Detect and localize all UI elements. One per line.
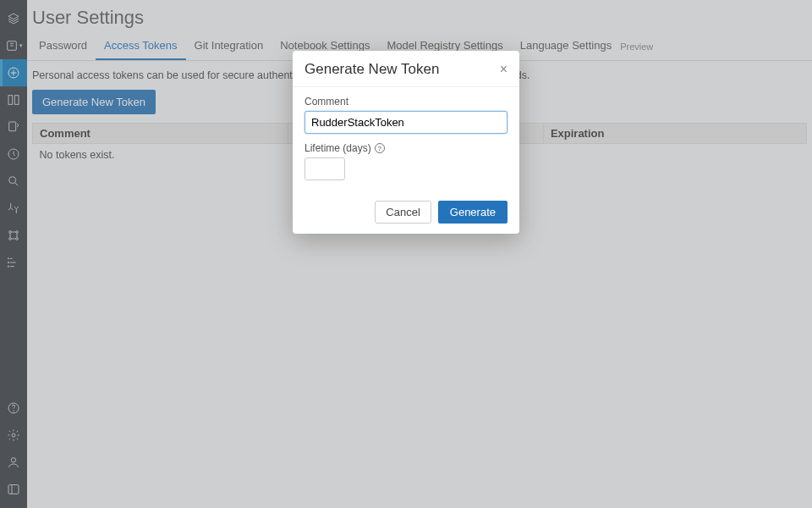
comment-label: Comment xyxy=(304,96,508,108)
modal-overlay[interactable]: Generate New Token × Comment Lifetime (d… xyxy=(0,0,812,508)
modal-title: Generate New Token xyxy=(304,61,439,78)
comment-input[interactable] xyxy=(304,111,508,134)
close-icon[interactable]: × xyxy=(500,63,508,76)
lifetime-label: Lifetime (days) ? xyxy=(304,142,508,154)
generate-button[interactable]: Generate xyxy=(438,201,508,224)
help-icon[interactable]: ? xyxy=(375,143,385,153)
cancel-button[interactable]: Cancel xyxy=(375,201,431,224)
generate-token-modal: Generate New Token × Comment Lifetime (d… xyxy=(293,51,519,234)
lifetime-input[interactable] xyxy=(304,157,345,180)
lifetime-label-text: Lifetime (days) xyxy=(304,142,371,154)
